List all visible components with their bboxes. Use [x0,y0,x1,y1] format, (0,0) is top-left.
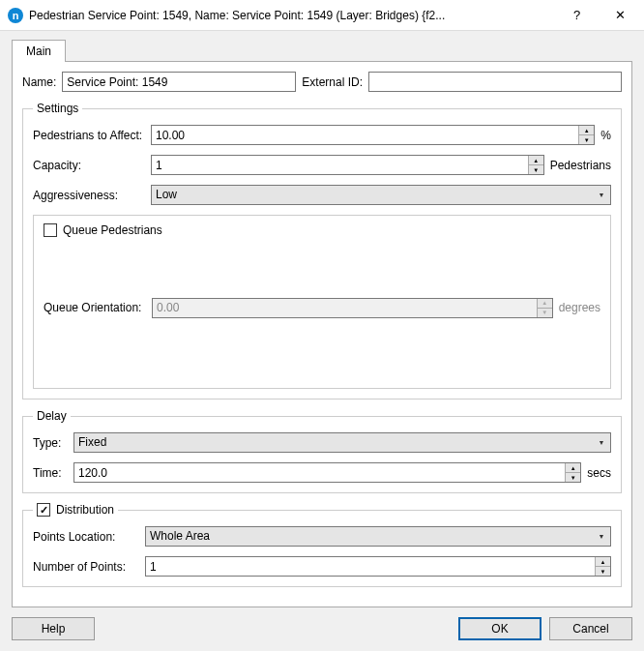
spin-down-icon[interactable]: ▼ [566,473,580,482]
delay-type-combo[interactable]: Fixed ▼ [73,432,611,453]
ok-button[interactable]: OK [458,617,542,640]
help-titlebar-button[interactable]: ? [555,1,599,30]
capacity-spinbox[interactable]: ▲ ▼ [151,155,544,175]
capacity-suffix: Pedestrians [550,159,611,172]
delay-time-spinbox[interactable]: ▲ ▼ [73,462,581,483]
queue-pedestrians-label: Queue Pedestrians [63,223,162,237]
points-location-combo[interactable]: Whole Area ▼ [145,526,611,547]
delay-time-suffix: secs [587,466,611,480]
number-of-points-spinbox[interactable]: ▲ ▼ [145,556,611,577]
tab-main[interactable]: Main [12,40,66,62]
queue-orientation-label: Queue Orientation: [44,301,146,314]
spin-up-icon: ▲ [538,299,552,309]
name-input[interactable] [62,72,296,92]
delay-time-input[interactable] [74,463,565,482]
spin-down-icon[interactable]: ▼ [529,165,543,174]
delay-time-label: Time: [33,466,68,480]
tabbar: Main [12,39,632,61]
external-id-label: External ID: [302,75,363,89]
spin-down-icon[interactable]: ▼ [596,567,610,576]
delay-type-label: Type: [33,436,68,450]
pedestrians-to-affect-spinbox[interactable]: ▲ ▼ [151,125,595,145]
capacity-label: Capacity: [33,159,145,172]
queue-orientation-suffix: degrees [559,301,600,314]
capacity-input[interactable] [152,156,528,174]
distribution-group: ✓ Distribution Points Location: Whole Ar… [22,503,622,587]
spin-up-icon[interactable]: ▲ [566,463,580,473]
pedestrians-to-affect-label: Pedestrians to Affect: [33,129,145,142]
close-button[interactable]: ✕ [599,1,642,30]
dialog-content: Main Name: External ID: Settings Pedestr… [0,31,644,651]
chevron-down-icon[interactable]: ▼ [593,527,610,546]
spin-up-icon[interactable]: ▲ [596,557,610,567]
help-button[interactable]: Help [12,617,95,640]
queue-pedestrians-checkbox[interactable] [44,223,57,237]
delay-legend: Delay [33,409,71,423]
titlebar: n Pedestrian Service Point: 1549, Name: … [0,0,644,31]
spin-down-icon: ▼ [538,309,552,317]
button-bar: Help OK Cancel [12,617,632,640]
pedestrians-to-affect-input[interactable] [152,126,578,144]
spin-up-icon[interactable]: ▲ [529,156,543,165]
distribution-checkbox[interactable]: ✓ [37,503,50,517]
app-icon: n [8,8,23,23]
external-id-input[interactable] [368,72,622,92]
queue-group: Queue Pedestrians Queue Orientation: ▲ ▼… [33,215,611,389]
name-label: Name: [22,75,56,89]
window-title: Pedestrian Service Point: 1549, Name: Se… [29,9,555,22]
delay-type-value: Fixed [74,433,593,452]
aggressiveness-value: Low [152,186,593,204]
settings-group: Settings Pedestrians to Affect: ▲ ▼ % Ca… [22,102,622,399]
chevron-down-icon[interactable]: ▼ [593,186,610,204]
points-location-label: Points Location: [33,530,139,544]
settings-legend: Settings [33,102,82,115]
queue-orientation-spinbox: ▲ ▼ [152,298,553,318]
number-of-points-input[interactable] [146,557,595,576]
aggressiveness-label: Aggressiveness: [33,189,145,202]
points-location-value: Whole Area [146,527,593,546]
delay-group: Delay Type: Fixed ▼ Time: ▲ ▼ secs [22,409,622,493]
cancel-button[interactable]: Cancel [549,617,632,640]
spin-up-icon[interactable]: ▲ [579,126,594,135]
tabpanel-main: Name: External ID: Settings Pedestrians … [12,61,632,607]
pedestrians-to-affect-suffix: % [600,129,611,142]
spin-down-icon[interactable]: ▼ [579,135,594,144]
aggressiveness-combo[interactable]: Low ▼ [151,185,611,205]
chevron-down-icon[interactable]: ▼ [593,433,610,452]
queue-orientation-input [153,299,537,317]
number-of-points-label: Number of Points: [33,560,139,574]
distribution-legend: Distribution [56,503,114,517]
